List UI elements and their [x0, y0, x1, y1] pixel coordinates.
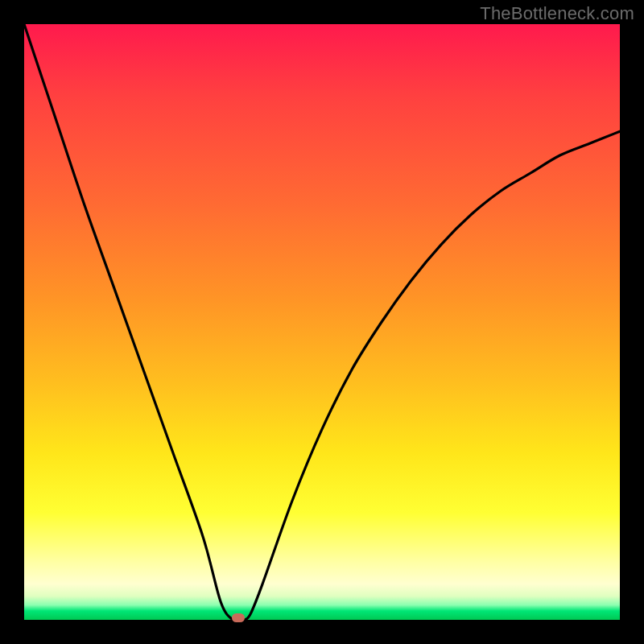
minimum-marker [232, 613, 245, 622]
plot-area [24, 24, 620, 620]
watermark-text: TheBottleneck.com [480, 3, 634, 24]
chart-frame: TheBottleneck.com [0, 0, 644, 644]
bottleneck-curve [24, 24, 620, 620]
